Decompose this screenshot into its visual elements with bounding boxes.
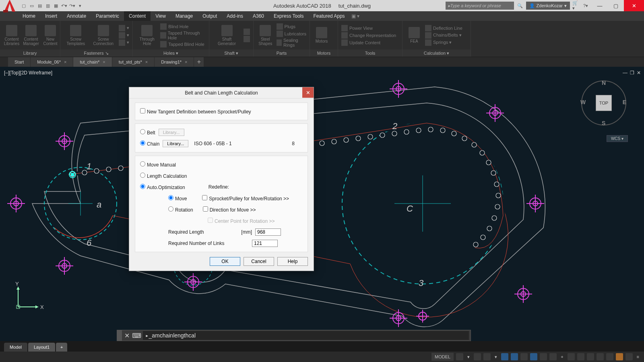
sb-menu[interactable]: ≡ (635, 353, 641, 361)
maximize-button[interactable]: ▢ (608, 0, 624, 11)
shaft-opt2[interactable] (244, 36, 250, 42)
qat-undo-icon[interactable]: ↶▾ (60, 2, 68, 9)
doctab-start[interactable]: Start (8, 57, 31, 67)
plugs-button[interactable]: Plugs (277, 23, 306, 30)
fastener-opt1[interactable]: ▾ (119, 25, 129, 31)
move-radio[interactable]: Move (168, 195, 187, 202)
tab-view[interactable]: View (151, 11, 171, 21)
user-menu[interactable]: 👤 ZdenkoKozar ▾ (526, 2, 570, 10)
sb-power-icon[interactable] (616, 353, 623, 360)
rotation-radio[interactable]: Rotation (168, 206, 193, 213)
sb-icon[interactable] (483, 353, 491, 360)
doctab-module06[interactable]: Module_06*× (31, 57, 73, 67)
qat-redo-icon[interactable]: ↷▾ (68, 2, 76, 9)
tab-addins[interactable]: Add-ins (222, 11, 248, 21)
sb-polar-icon[interactable] (530, 353, 537, 360)
ribbon-overflow-icon[interactable]: ▣ ▾ (351, 11, 359, 21)
content-manager-button[interactable]: Content Manager (23, 25, 39, 46)
panel-fasteners[interactable]: Fasteners ↘ (60, 49, 132, 57)
viewcube-north[interactable]: N (602, 80, 606, 86)
cmd-close-icon[interactable]: ✕ (122, 332, 132, 339)
layouttab-model[interactable]: Model (4, 343, 27, 352)
tab-express[interactable]: Express Tools (269, 11, 308, 21)
sb-icon[interactable] (577, 353, 584, 360)
req-links-input[interactable] (252, 240, 278, 247)
command-line[interactable]: ✕ ⌨ ▸ _amchainlengthcal (117, 330, 471, 341)
sb-icon[interactable] (540, 353, 547, 360)
sb-icon[interactable] (587, 353, 594, 360)
direction-checkbox[interactable]: Direction for Move >> (203, 206, 256, 213)
ok-button[interactable]: OK (210, 257, 240, 266)
exchange-icon[interactable]: 🛒▾ (572, 2, 580, 9)
cancel-button[interactable]: Cancel (244, 257, 274, 266)
move-manual-radio[interactable]: Move Manual (140, 161, 176, 168)
tab-content[interactable]: Content (124, 11, 151, 21)
fastener-opt2[interactable]: ▾ (119, 32, 129, 39)
cmd-recent-icon[interactable]: ⌨ (132, 332, 141, 339)
wcs-dropdown[interactable]: WCS ▾ (607, 135, 628, 142)
viewcube-south[interactable]: S (602, 120, 605, 126)
viewcube-east[interactable]: E (623, 99, 626, 105)
new-tangent-checkbox[interactable]: New Tangent Definition between Sprocket/… (140, 108, 251, 115)
close-icon[interactable]: × (64, 60, 66, 64)
screw-templates-button[interactable]: Screw Templates (64, 25, 88, 46)
sb-ortho-icon[interactable] (511, 353, 518, 360)
tab-annotate[interactable]: Annotate (62, 11, 91, 21)
qat-new-icon[interactable]: ▢ (20, 2, 27, 9)
sb-snap-icon[interactable] (501, 353, 508, 360)
command-input[interactable]: ▸ _amchainlengthcal (143, 331, 469, 340)
sb-model-button[interactable]: MODEL (431, 353, 454, 361)
sealing-rings-button[interactable]: Sealing Rings (277, 38, 306, 47)
help-button[interactable]: Help (277, 257, 308, 266)
sb-icon[interactable] (606, 353, 613, 360)
fea-button[interactable]: FEA (406, 27, 423, 43)
chains-belts-button[interactable]: Chains/Belts ▾ (425, 32, 462, 39)
close-icon[interactable]: × (185, 60, 187, 64)
screw-connection-button[interactable]: Screw Connection (90, 25, 116, 46)
panel-shaft[interactable]: Shaft ▾ (209, 49, 253, 57)
tab-insert[interactable]: Insert (40, 11, 62, 21)
tapped-through-button[interactable]: Tapped Through Hole (160, 31, 206, 40)
sprocket-checkbox[interactable]: Sprocket/Pulley for Move/Rotation >> (202, 195, 289, 202)
sb-icon[interactable] (474, 353, 481, 360)
belt-radio[interactable]: Belt (140, 129, 155, 136)
sb-plus[interactable]: + (559, 353, 565, 361)
add-layout-button[interactable]: + (56, 343, 67, 352)
auto-opt-radio[interactable]: Auto.Optimization (140, 184, 185, 190)
chain-library-button[interactable]: Library... (163, 140, 188, 147)
panel-calculation[interactable]: Calculation ▾ (402, 49, 471, 57)
tab-featured[interactable]: Featured Apps (309, 11, 350, 21)
help-icon[interactable]: ?▾ (582, 2, 589, 9)
qat-more-icon[interactable]: ▾ (76, 2, 84, 9)
doctab-tutstdpts[interactable]: tut_std_pts*× (112, 57, 155, 67)
add-doctab-button[interactable]: + (194, 57, 204, 67)
doctab-drawing1[interactable]: Drawing1*× (155, 57, 194, 67)
sb-icon[interactable] (597, 353, 604, 360)
panel-holes[interactable]: Holes ▾ (133, 49, 209, 57)
fastener-opt3[interactable]: ▾ (119, 39, 129, 46)
update-content-button[interactable]: Update Content (341, 39, 396, 46)
search-input[interactable]: ▸ Type a keyword or phrase (446, 2, 514, 10)
qat-saveas-icon[interactable]: ▥ (44, 2, 52, 9)
drawing-viewport[interactable]: [–][Top][2D Wireframe] —❐✕ (0, 67, 644, 341)
doctab-tutchain[interactable]: tut_chain*× (73, 57, 112, 67)
power-view-button[interactable]: Power View (341, 25, 396, 31)
length-calc-radio[interactable]: Length Calculation (140, 173, 187, 179)
tab-manage[interactable]: Manage (171, 11, 198, 21)
close-button[interactable]: ✕ (624, 0, 644, 11)
sb-icon[interactable] (568, 353, 575, 360)
blind-hole-button[interactable]: Blind Hole (160, 23, 206, 30)
chain-radio[interactable]: Chain (140, 140, 159, 147)
new-content-button[interactable]: New Content (42, 25, 59, 46)
sb-grid-icon[interactable] (456, 353, 463, 360)
viewcube-face[interactable]: TOP (596, 95, 612, 111)
viewcube[interactable]: TOP N S E W (580, 79, 628, 127)
qat-open-icon[interactable]: ▭ (28, 2, 35, 9)
content-libraries-button[interactable]: Content Libraries (3, 25, 20, 46)
tab-output[interactable]: Output (198, 11, 222, 21)
sb-icon[interactable] (549, 353, 557, 360)
close-icon[interactable]: × (145, 60, 148, 64)
sb-icon[interactable] (520, 353, 528, 360)
qat-plot-icon[interactable]: ▦ (52, 2, 60, 9)
search-icon[interactable]: 🔍 (516, 2, 524, 9)
